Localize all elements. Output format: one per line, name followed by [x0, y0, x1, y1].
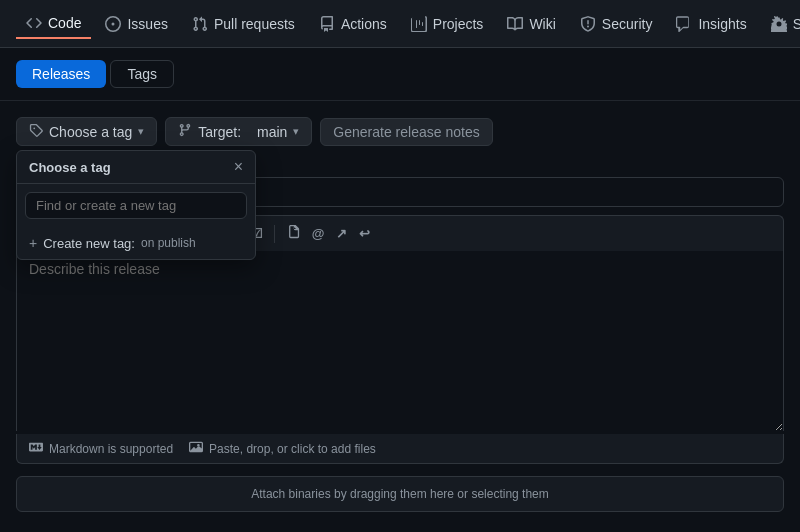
target-button[interactable]: Target: main ▾ [165, 117, 312, 146]
choose-tag-button[interactable]: Choose a tag ▾ [16, 117, 157, 146]
markdown-info: Markdown is supported [29, 440, 173, 457]
nav-insights-label: Insights [698, 16, 746, 32]
target-label: Target: [198, 124, 241, 140]
attach-btn[interactable] [281, 222, 305, 245]
nav-issues[interactable]: Issues [95, 10, 177, 38]
nav-actions[interactable]: Actions [309, 10, 397, 38]
target-chevron-icon: ▾ [293, 125, 299, 138]
tag-on-publish: on publish [141, 236, 196, 250]
bottom-strip-text: Attach binaries by dragging them here or… [251, 487, 549, 501]
generate-release-notes-button[interactable]: Generate release notes [320, 118, 492, 146]
nav-insights[interactable]: Insights [666, 10, 756, 38]
issue-icon [105, 16, 121, 32]
markdown-label: Markdown is supported [49, 442, 173, 456]
undo-btn[interactable]: ↩ [354, 223, 375, 244]
target-value: main [257, 124, 287, 140]
plus-icon: + [29, 235, 37, 251]
nav-issues-label: Issues [127, 16, 167, 32]
tag-create-option[interactable]: + Create new tag: on publish [17, 227, 255, 259]
tag-search-input[interactable] [25, 192, 247, 219]
tag-create-label: Create new tag: [43, 236, 135, 251]
nav-pr-label: Pull requests [214, 16, 295, 32]
tag-dropdown-header: Choose a tag × [17, 151, 255, 184]
nav-security-label: Security [602, 16, 653, 32]
markdown-icon [29, 440, 43, 457]
pr-icon [192, 16, 208, 32]
settings-icon [771, 16, 787, 32]
toolbar-sep-4 [274, 225, 275, 243]
tag-dropdown-close-button[interactable]: × [234, 159, 243, 175]
code-icon [26, 15, 42, 31]
tab-tags[interactable]: Tags [110, 60, 174, 88]
fullscreen-btn[interactable]: ↗ [331, 223, 352, 244]
mention-btn[interactable]: @ [307, 223, 330, 244]
release-body-textarea[interactable] [16, 251, 784, 431]
nav-projects[interactable]: Projects [401, 10, 494, 38]
nav-settings-label: Settings [793, 16, 800, 32]
main-content: Choose a tag ▾ Choose a tag × + Create n… [0, 101, 800, 528]
attach-info[interactable]: Paste, drop, or click to add files [189, 440, 376, 457]
actions-icon [319, 16, 335, 32]
attach-label: Paste, drop, or click to add files [209, 442, 376, 456]
image-icon [189, 440, 203, 457]
chevron-down-icon: ▾ [138, 125, 144, 138]
projects-icon [411, 16, 427, 32]
tag-dropdown-title: Choose a tag [29, 160, 111, 175]
nav-code-label: Code [48, 15, 81, 31]
nav-actions-label: Actions [341, 16, 387, 32]
nav-settings[interactable]: Settings [761, 10, 800, 38]
insights-icon [676, 16, 692, 32]
tab-releases[interactable]: Releases [16, 60, 106, 88]
top-nav: Code Issues Pull requests Actions Projec… [0, 0, 800, 48]
sub-nav: Releases Tags [0, 48, 800, 101]
security-icon [580, 16, 596, 32]
branch-icon [178, 123, 192, 140]
tag-dropdown: Choose a tag × + Create new tag: on publ… [16, 150, 256, 260]
nav-code[interactable]: Code [16, 9, 91, 39]
bottom-strip[interactable]: Attach binaries by dragging them here or… [16, 476, 784, 512]
nav-pullrequests[interactable]: Pull requests [182, 10, 305, 38]
editor-footer: Markdown is supported Paste, drop, or cl… [16, 434, 784, 464]
nav-wiki[interactable]: Wiki [497, 10, 565, 38]
choose-tag-label: Choose a tag [49, 124, 132, 140]
nav-wiki-label: Wiki [529, 16, 555, 32]
tag-icon [29, 123, 43, 140]
nav-projects-label: Projects [433, 16, 484, 32]
wiki-icon [507, 16, 523, 32]
tag-selector-wrapper: Choose a tag ▾ Choose a tag × + Create n… [16, 117, 157, 146]
release-controls: Choose a tag ▾ Choose a tag × + Create n… [16, 117, 784, 146]
nav-security[interactable]: Security [570, 10, 663, 38]
